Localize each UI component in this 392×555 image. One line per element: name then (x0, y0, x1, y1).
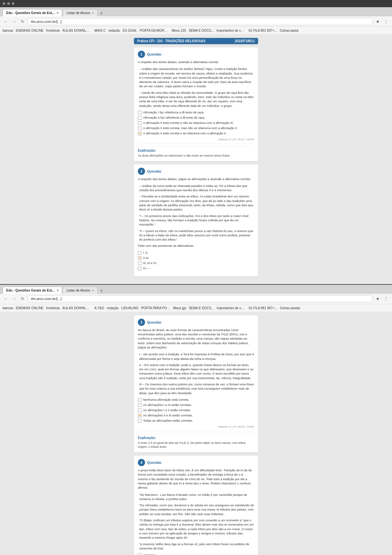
question-2-body: 2 Questão A respeito das textos abaixo, … (134, 164, 258, 276)
bookmark-mais[interactable]: MAIS C (94, 29, 106, 32)
bookmark-2-meus[interactable]: Meus jgs (173, 306, 186, 310)
page-date: 20220718511 (235, 39, 255, 43)
bookmark-imp[interactable]: Importantes de vest... (217, 29, 246, 32)
bookmark-red[interactable]: redação (108, 29, 120, 32)
option-3-none[interactable]: Nenhuma afirmação está correta. (138, 398, 254, 402)
bookmark-2-at[interactable]: A.T&O (94, 306, 104, 310)
bookmark-bancas[interactable]: bancas (3, 29, 13, 32)
question-3-meta: Gabarito: D | ID: 90128 / 31584 (138, 425, 254, 428)
menu-button-1[interactable]: ⋮ (383, 19, 389, 25)
bookmark-2-aulas[interactable]: AULAS DOWNLOAD... (62, 306, 92, 310)
tab-1-close[interactable]: × (57, 11, 58, 15)
bookmark-meus[interactable]: Meus JJS (172, 29, 186, 32)
bookmark-01[interactable]: 01 FILA 861 807+... (249, 29, 277, 32)
option-4-I[interactable]: Apenas I (138, 553, 254, 555)
star-icon-3: ★ (139, 414, 141, 417)
bookmark-2-bancas[interactable]: bancas (3, 306, 13, 310)
option-3-all-checkbox[interactable] (138, 419, 141, 423)
explanation-3: Explicação: O texto 2 é no geral de dois… (138, 434, 254, 449)
question-2-options: I, II. ★ II aí. III, III e IV. I (138, 251, 254, 270)
tab-2-2-close[interactable]: × (92, 289, 94, 292)
option-2-1-checkbox[interactable] (138, 251, 141, 255)
tab-2-close[interactable]: × (92, 11, 94, 15)
new-tab-button-2[interactable]: + (98, 287, 105, 294)
option-2-2-checkbox[interactable]: ★ (138, 256, 141, 260)
star-button-2[interactable]: ★ (375, 296, 381, 302)
page-content-2: 3 Questão No época do Brasil, de suas fo… (0, 312, 392, 555)
option-1-D-checkbox[interactable] (138, 126, 141, 130)
option-1-B[interactable]: Afirmação II faz referência a illi texto… (138, 116, 254, 120)
question-card-1: 1 Questão A respeito dos textos abaixo, … (134, 47, 258, 161)
option-3-I-II-checkbox[interactable] (138, 403, 141, 407)
back-button-1[interactable]: ← (3, 19, 9, 25)
question-1-number: 1 (138, 51, 145, 58)
question-3-options: Nenhuma afirmação está correta. As afirm… (138, 398, 254, 423)
forward-button-2[interactable]: → (11, 296, 18, 302)
bookmark-2-imp[interactable]: Importantes de vest... (217, 306, 246, 310)
url-input-2[interactable]: ilm.arco.com.br/[...] (27, 295, 373, 302)
forward-button-1[interactable]: → (11, 19, 18, 25)
bookmark-es[interactable]: ES GOAL (123, 29, 137, 32)
option-3-none-checkbox[interactable] (138, 398, 141, 402)
option-1-B-checkbox[interactable] (138, 116, 141, 120)
option-3-I-III-checkbox[interactable] (138, 409, 141, 412)
question-2-passage2: – Percebe-se a similaridade entre as tri… (138, 194, 254, 211)
option-2-3-checkbox[interactable] (138, 261, 141, 265)
bookmark-aulas[interactable]: AULAS DOWNLOAD... (62, 29, 92, 32)
bookmark-sema[interactable]: SEMA E DOCS... (188, 29, 214, 32)
bookmark-2-red[interactable]: redação (107, 306, 119, 310)
option-2-4-checkbox[interactable] (138, 267, 141, 270)
option-2-4[interactable]: IV — (138, 266, 254, 270)
bookmark-2-lid[interactable]: LIDUALING (121, 306, 139, 310)
option-3-II-III[interactable]: ★ As afirmações II e III estão corretas. (138, 413, 254, 417)
bookmark-2-enem[interactable]: ENEM/AS ONLINE (16, 306, 43, 310)
bookmark-outras[interactable]: Outras pasta (280, 29, 298, 32)
option-3-I-II[interactable]: As afirmações I e III estão corretas. (138, 403, 254, 407)
question-1-passage1: – Análise das características do senhor … (138, 67, 254, 88)
option-1-E[interactable]: ★ A afirmação II está correta e se relac… (138, 131, 254, 135)
new-tab-button-1[interactable]: + (98, 10, 105, 16)
bookmark-2-01[interactable]: 01 FILA 861 867+... (249, 306, 277, 310)
explanation-1-title: Explicação: (138, 149, 254, 152)
bookmark-2-front[interactable]: fronteiras (46, 306, 60, 310)
star-button-1[interactable]: ★ (375, 19, 381, 25)
bookmark-enem[interactable]: ENEM/AS ONLINE (16, 29, 43, 32)
window-dot-2 (7, 2, 10, 5)
option-1-E-checkbox[interactable]: ★ (138, 132, 141, 135)
back-button-2[interactable]: ← (3, 296, 9, 302)
option-1-D[interactable]: A afirmação II está correta, mas não se … (138, 126, 254, 130)
bookmark-2-sema[interactable]: SEMA E DOCS... (189, 306, 214, 310)
question-4-header: 4 Questão (138, 459, 254, 466)
menu-button-2[interactable]: ⋮ (383, 296, 389, 302)
star-icon-2: ★ (139, 256, 141, 260)
tab-2-1-close[interactable]: × (57, 289, 58, 292)
tab-2[interactable]: Listas de Alunos × (63, 9, 98, 16)
tab-1-active[interactable]: Edu - Questões Gerais de Est... × (3, 9, 62, 16)
option-2-1[interactable]: I, II. (138, 251, 254, 255)
option-1-A[interactable]: Afirmação I faz referência a illi texto … (138, 110, 254, 114)
bookmark-2-porta[interactable]: PORTA PARA PORTA... (141, 306, 171, 310)
option-2-3[interactable]: III, III e IV. (138, 261, 254, 265)
question-3-intro: No época do Brasil, de suas formas de ca… (138, 328, 254, 349)
divider-1 (138, 143, 254, 144)
window-dot-1 (3, 2, 5, 5)
bookmarks-bar-1: bancas ENEM/AS ONLINE fronteiras AULAS D… (0, 27, 392, 35)
url-input-1[interactable]: ilm.arco.com.br/[...] (27, 18, 373, 25)
option-1-C-checkbox[interactable] (138, 121, 141, 125)
option-3-I-III[interactable]: As afirmações I e II estão corretas. (138, 408, 254, 412)
option-2-2[interactable]: ★ II aí. (138, 256, 254, 260)
tab-2-2[interactable]: Listas de Alunos × (63, 287, 98, 294)
tab-2-1-active[interactable]: Edu - Questões Gerais de Est... × (3, 287, 62, 294)
question-4-title: Questão (147, 461, 161, 464)
bookmark-front[interactable]: fronteiras (46, 29, 60, 32)
bookmark-2-outras[interactable]: Outras pastas (280, 306, 300, 310)
option-3-II-III-checkbox[interactable]: ★ (138, 414, 141, 417)
option-1-C[interactable]: A afirmação II está correta e não se rel… (138, 121, 254, 125)
reload-button-2[interactable]: ↻ (20, 296, 25, 302)
option-1-A-checkbox[interactable] (138, 111, 141, 114)
window-dot-3 (12, 2, 14, 5)
option-3-all[interactable]: Todas as afirmações estão corretas. (138, 419, 254, 423)
bookmark-porta[interactable]: PORTA DA MORTE C... (139, 29, 169, 32)
reload-button-1[interactable]: ↻ (20, 19, 25, 25)
option-4-I-checkbox[interactable] (138, 553, 141, 555)
